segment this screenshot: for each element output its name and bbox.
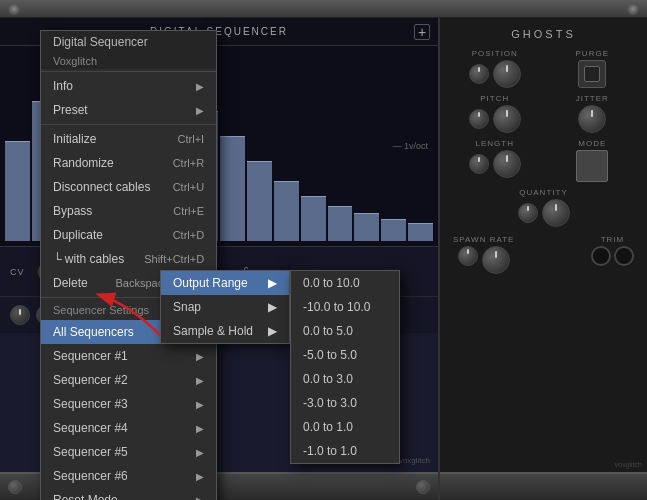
rack-screw-left [8,3,20,15]
spawn-rate-knob-in[interactable] [458,246,478,266]
rack-screw-right [627,3,639,15]
bar-15[interactable] [408,223,433,241]
mode-label: MODE [578,139,606,148]
trim-control: TRIM [591,235,634,266]
pitch-knob-main[interactable] [493,105,521,133]
trim-label: TRIM [601,235,625,244]
spawn-rate-knob[interactable] [482,246,510,274]
purge-label: PURGE [576,49,609,58]
menu-item-seq2[interactable]: Sequencer #2▶ [41,368,216,392]
menu-divider-1 [41,71,216,72]
ghosts-controls: POSITION PURGE PITCH [445,45,642,231]
trim-port-2[interactable] [614,246,634,266]
menu-item-seq5[interactable]: Sequencer #5▶ [41,440,216,464]
spawn-trim-row: SPAWN RATE TRIM [445,231,642,278]
quantity-label: QUANTITY [519,188,567,197]
ghosts-panel: GHOSTS POSITION PURGE [440,18,647,500]
ghosts-title: GHOSTS [445,23,642,45]
quantity-knobs [518,199,570,227]
ghosts-voxglitch-label: voxglitch [615,461,642,468]
length-knob-main[interactable] [493,150,521,178]
range-neg1-1[interactable]: -1.0 to 1.0 [291,439,399,463]
range-0-1[interactable]: 0.0 to 1.0 [291,415,399,439]
menu-item-preset[interactable]: Preset▶ [41,98,216,122]
add-button[interactable]: + [414,24,430,40]
trim-port-1[interactable] [591,246,611,266]
length-knobs [469,150,521,178]
bar-14[interactable] [381,219,406,241]
bar-11[interactable] [301,196,326,241]
rack-top-bar [0,0,647,18]
range-neg3-3[interactable]: -3.0 to 3.0 [291,391,399,415]
menu-item-seq6[interactable]: Sequencer #6▶ [41,464,216,488]
step-knob-1[interactable] [10,305,30,325]
menu-item-seq4[interactable]: Sequencer #4▶ [41,416,216,440]
spawn-rate-knobs [458,246,510,274]
pitch-knob-in[interactable] [469,109,489,129]
mode-selector[interactable] [576,150,608,182]
bar-0[interactable] [5,141,30,241]
bar-8[interactable] [220,136,245,241]
menu-app-title: Digital Sequencer [41,31,216,53]
menu-app-subtitle: Voxglitch [41,53,216,69]
quantity-knob-main[interactable] [542,199,570,227]
menu-item-reset-mode[interactable]: Reset Mode▶ [41,488,216,500]
submenu-sample-hold[interactable]: Sample & Hold▶ [161,319,289,343]
menu-item-randomize[interactable]: RandomizeCtrl+R [41,151,216,175]
quantity-control: QUANTITY [449,188,638,227]
range-0-3[interactable]: 0.0 to 3.0 [291,367,399,391]
app-container: DIGITAL SEQUENCER + — 1v/oct CV 123456 [0,0,647,500]
trim-ports [591,246,634,266]
range-0-5[interactable]: 0.0 to 5.0 [291,319,399,343]
length-control: LENGTH [449,139,541,182]
range-0-10[interactable]: 0.0 to 10.0 [291,271,399,295]
position-label: POSITION [472,49,518,58]
quantity-knob-in[interactable] [518,203,538,223]
ghosts-bottom-rack [440,472,647,500]
bar-9[interactable] [247,161,272,241]
menu-item-disconnect[interactable]: Disconnect cablesCtrl+U [41,175,216,199]
jitter-control: JITTER [547,94,639,133]
menu-item-with-cables[interactable]: └ with cablesShift+Ctrl+D [41,247,216,271]
position-knob-in[interactable] [469,64,489,84]
position-knob-main[interactable] [493,60,521,88]
mode-control: MODE [547,139,639,182]
range-values-submenu: 0.0 to 10.0 -10.0 to 10.0 0.0 to 5.0 -5.… [290,270,400,464]
position-control: POSITION [449,49,541,88]
spawn-rate-label: SPAWN RATE [453,235,514,244]
pitch-knobs [469,105,521,133]
submenu-snap[interactable]: Snap▶ [161,295,289,319]
range-neg5-5[interactable]: -5.0 to 5.0 [291,343,399,367]
menu-item-seq3[interactable]: Sequencer #3▶ [41,392,216,416]
red-arrow-indicator [80,295,180,345]
jitter-knob[interactable] [578,105,606,133]
bar-12[interactable] [328,206,353,241]
bar-10[interactable] [274,181,299,241]
volt-label: — 1v/oct [392,141,428,151]
pitch-control: PITCH [449,94,541,133]
purge-btn-inner [584,66,600,82]
submenu-output-range[interactable]: Output Range▶ [161,271,289,295]
voxglitch-label: voxglitch [399,456,430,465]
menu-item-info[interactable]: Info▶ [41,74,216,98]
rack-screw-bl [8,480,22,494]
rack-screw-br [416,480,430,494]
pitch-label: PITCH [480,94,509,103]
cv-label: CV [10,267,30,277]
jitter-label: JITTER [576,94,609,103]
menu-item-initialize[interactable]: InitializeCtrl+I [41,127,216,151]
menu-item-seq1[interactable]: Sequencer #1▶ [41,344,216,368]
length-label: LENGTH [476,139,514,148]
purge-control: PURGE [547,49,639,88]
range-neg10-10[interactable]: -10.0 to 10.0 [291,295,399,319]
length-knob-in[interactable] [469,154,489,174]
purge-button[interactable] [578,60,606,88]
menu-item-bypass[interactable]: BypassCtrl+E [41,199,216,223]
bar-13[interactable] [354,213,379,241]
menu-item-duplicate[interactable]: DuplicateCtrl+D [41,223,216,247]
spawn-rate-control: SPAWN RATE [453,235,514,274]
position-knobs [469,60,521,88]
context-menu: Digital Sequencer Voxglitch Info▶ Preset… [40,30,217,500]
menu-divider-2 [41,124,216,125]
